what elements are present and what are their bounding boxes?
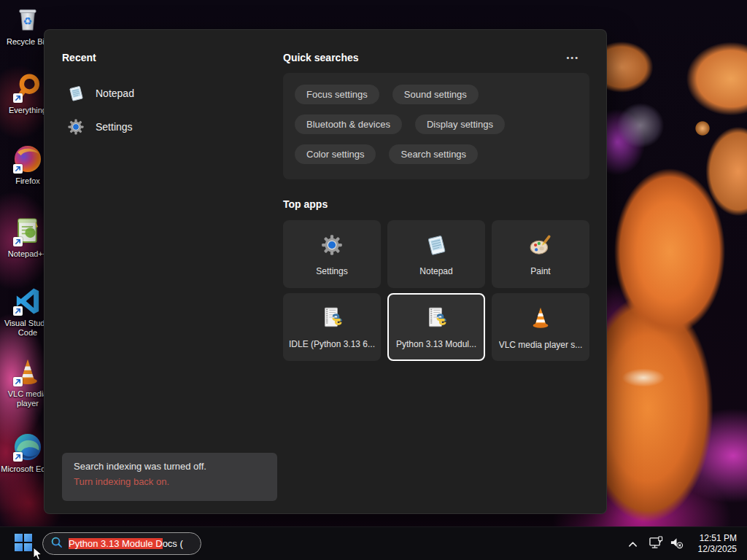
indexing-notice: Search indexing was turned off. Turn ind… [62,453,277,501]
recent-item-label: Settings [96,121,133,133]
shortcut-arrow-icon [13,237,23,246]
network-ethernet-icon [649,536,664,553]
vlc-cone-icon [12,357,43,387]
quick-searches-section: Quick searches ••• Focus settings Sound … [283,52,589,361]
volume-tray-button[interactable] [667,533,686,555]
notepad-icon [66,84,85,103]
quick-searches-card: Focus settings Sound settings Bluetooth … [283,73,589,179]
network-tray-button[interactable] [647,533,666,555]
top-app-tile-label: Python 3.13 Modul... [396,339,476,349]
quick-search-pill-bluetooth-devices[interactable]: Bluetooth & devices [295,114,402,134]
recycle-bin-icon: ♻ [12,4,43,35]
paint-palette-icon [528,233,553,260]
everything-search-icon [12,73,43,104]
clock-date: 12/3/2025 [698,544,737,555]
turn-indexing-on-link[interactable]: Turn indexing back on. [74,476,266,487]
quick-search-pill-focus-settings[interactable]: Focus settings [295,85,379,104]
gear-icon [66,117,85,136]
windows-logo-icon [14,533,33,555]
shortcut-arrow-icon [13,377,23,386]
search-icon [50,536,63,551]
mouse-cursor [32,547,44,560]
indexing-notice-message: Search indexing was turned off. [74,461,266,472]
shortcut-arrow-icon [13,164,23,174]
taskbar: Python 3.13 Module Docs ( [0,526,747,560]
tray-expand-button[interactable] [624,533,643,555]
python-doc-icon [320,306,344,333]
top-app-tile-label: Settings [316,266,347,276]
vscode-icon [12,286,43,316]
gear-icon [320,233,344,260]
top-app-tile-paint[interactable]: Paint [492,220,589,288]
top-app-tile-settings[interactable]: Settings [283,220,381,288]
desktop-icon-label: Everything [9,106,47,115]
chevron-up-icon [628,537,638,551]
notepad-plus-plus-icon [12,217,43,247]
firefox-icon [12,144,43,174]
top-app-tile-idle-python[interactable]: IDLE (Python 3.13 6... [283,293,381,361]
top-app-tile-notepad[interactable]: Notepad [387,220,485,288]
search-query-text: Python 3.13 Module Docs ( [69,538,183,549]
top-app-tile-label: VLC media player s... [499,340,583,350]
search-flyout-panel: Recent Notepad [44,29,607,514]
recent-section: Recent Notepad [62,52,274,144]
recent-item-settings[interactable]: Settings [62,110,274,144]
top-apps-heading: Top apps [283,198,589,210]
shortcut-arrow-icon [13,452,23,462]
recent-item-label: Notepad [96,88,134,99]
quick-search-pill-sound-settings[interactable]: Sound settings [392,85,479,104]
taskbar-search-input[interactable]: Python 3.13 Module Docs ( [42,532,201,555]
python-doc-icon [424,306,449,333]
taskbar-clock[interactable]: 12:51 PM 12/3/2025 [694,532,741,556]
quick-search-pill-color-settings[interactable]: Color settings [295,144,376,164]
top-app-tile-label: IDLE (Python 3.13 6... [289,339,375,349]
desktop-icon-label: Recycle Bin [7,37,49,47]
clock-time: 12:51 PM [698,533,737,544]
desktop-icon-label: Notepad++ [8,249,47,259]
quick-searches-heading: Quick searches [283,52,359,63]
recent-heading: Recent [62,52,274,63]
svg-text:♻: ♻ [23,15,33,27]
shortcut-arrow-icon [13,306,23,316]
quick-search-pill-search-settings[interactable]: Search settings [389,144,478,164]
quick-search-pill-display-settings[interactable]: Display settings [415,114,505,134]
system-tray: 12:51 PM 12/3/2025 [624,527,741,560]
volume-muted-icon [669,536,684,553]
recent-item-notepad[interactable]: Notepad [62,77,274,110]
more-options-icon[interactable]: ••• [562,52,584,63]
top-app-tile-label: Notepad [419,266,452,276]
top-apps-grid: Settings Notepad [283,220,589,361]
edge-icon [12,432,43,462]
top-app-tile-label: Paint [530,266,550,276]
top-app-tile-vlc[interactable]: VLC media player s... [492,293,589,361]
shortcut-arrow-icon [13,93,23,103]
desktop-screen: ♻ Recycle Bin Everything [0,0,747,560]
notepad-icon [424,233,449,260]
vlc-cone-icon [528,305,553,334]
search-query-rest-text: ocs ( [163,538,183,549]
top-app-tile-python-module-docs[interactable]: Python 3.13 Modul... [387,293,485,361]
desktop-icon-label: Firefox [15,176,40,186]
search-query-selected-text: Python 3.13 Module D [69,538,163,549]
